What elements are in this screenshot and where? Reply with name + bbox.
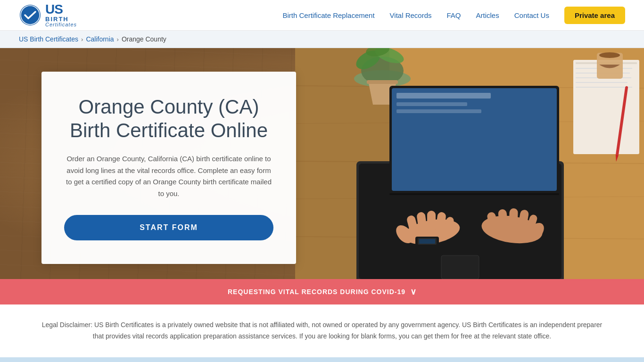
breadcrumb-home[interactable]: US Birth Certificates <box>19 35 78 43</box>
svg-rect-21 <box>576 87 632 88</box>
hero-title: Orange County (CA) Birth Certificate Onl… <box>64 95 273 143</box>
disclaimer-section: Legal Disclaimer: US Birth Certificates … <box>0 304 644 357</box>
logo-certs: Certificates <box>45 22 77 27</box>
breadcrumb-county: Orange County <box>122 35 166 43</box>
hero-visual <box>295 48 644 279</box>
svg-rect-38 <box>427 211 436 233</box>
nav-contact[interactable]: Contact Us <box>514 11 549 19</box>
svg-rect-32 <box>396 109 481 113</box>
svg-rect-30 <box>396 93 491 99</box>
logo-us: US <box>45 3 77 16</box>
svg-rect-34 <box>441 255 479 279</box>
svg-rect-33 <box>389 193 559 195</box>
nav-articles[interactable]: Articles <box>476 11 499 19</box>
chevron-down-icon: ∨ <box>410 287 416 297</box>
breadcrumb: US Birth Certificates › California › Ora… <box>0 31 644 48</box>
hero-card: Orange County (CA) Birth Certificate Onl… <box>41 72 296 264</box>
hero-section: Orange County (CA) Birth Certificate Onl… <box>0 48 644 279</box>
footer-bar <box>0 357 644 362</box>
private-area-button[interactable]: Private area <box>564 7 625 24</box>
covid-banner[interactable]: REQUESTING VITAL RECORDS DURING COVID-19… <box>0 279 644 304</box>
main-nav: Birth Certificate Replacement Vital Reco… <box>282 7 625 24</box>
breadcrumb-state[interactable]: California <box>86 35 114 43</box>
nav-vital-records[interactable]: Vital Records <box>390 11 432 19</box>
svg-rect-20 <box>576 82 627 83</box>
logo-text: US BIRTH Certificates <box>45 3 77 27</box>
svg-rect-14 <box>367 80 398 84</box>
svg-rect-48 <box>509 208 518 231</box>
logo[interactable]: US BIRTH Certificates <box>19 3 77 27</box>
logo-icon <box>19 4 41 26</box>
disclaimer-text: Legal Disclaimer: US Birth Certificates … <box>38 320 606 342</box>
covid-banner-text: REQUESTING VITAL RECORDS DURING COVID-19 <box>228 288 405 296</box>
hero-description: Order an Orange County, California (CA) … <box>64 153 273 200</box>
svg-point-1 <box>21 6 40 25</box>
nav-faq[interactable]: FAQ <box>447 11 461 19</box>
svg-rect-31 <box>396 102 467 106</box>
nav-birth-cert[interactable]: Birth Certificate Replacement <box>282 11 374 19</box>
svg-rect-44 <box>419 239 435 244</box>
svg-point-25 <box>599 52 620 58</box>
start-form-button[interactable]: START FORM <box>64 215 273 240</box>
site-header: US BIRTH Certificates Birth Certificate … <box>0 0 644 31</box>
breadcrumb-sep-1: › <box>81 36 83 43</box>
breadcrumb-sep-2: › <box>117 36 119 43</box>
